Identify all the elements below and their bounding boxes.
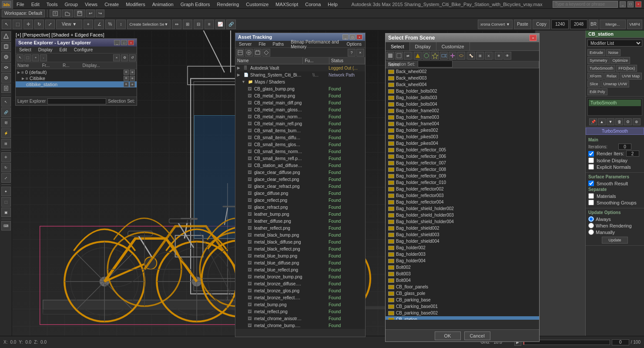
- create-panel-tab[interactable]: [1, 31, 11, 41]
- at-file-metal_black_diffuse-png[interactable]: 🖼 metal_black_diffuse.png Found: [235, 238, 365, 245]
- mod-btn-unwrap[interactable]: Unwrap UVW: [601, 80, 630, 87]
- se-check-eye3[interactable]: 👁: [130, 82, 135, 87]
- sfs-item-bag-holder-pikes003[interactable]: Bag_holder_pikes003: [386, 134, 539, 140]
- at-close[interactable]: ×: [356, 34, 362, 40]
- se-check-snow2[interactable]: ❄: [124, 76, 129, 81]
- mod-materials-check[interactable]: [588, 193, 594, 199]
- merge-btn[interactable]: Merge...: [600, 20, 626, 29]
- sfs-tab-display[interactable]: Display: [410, 42, 436, 50]
- curve-editor[interactable]: 📈: [215, 20, 225, 29]
- modifier-stack-area[interactable]: TurboSmooth: [587, 98, 642, 116]
- sfs-item-bag-holder-shield002[interactable]: Bag_holder_shield002: [386, 225, 539, 231]
- modify-panel-tab[interactable]: [1, 42, 11, 51]
- menu-group[interactable]: Group: [61, 0, 81, 8]
- sfs-item-bag-holder-reflector003[interactable]: Bag_holder_reflector003: [386, 192, 539, 199]
- sfs-item-cb-station[interactable]: CB_station: [386, 316, 539, 320]
- at-file-glace_clear_diffuse-png[interactable]: 🖼 glace_clear_diffuse.png Found: [235, 169, 365, 176]
- mod-btn-uvwmap[interactable]: UVW Map: [620, 73, 642, 80]
- redo-btn[interactable]: ↪: [96, 10, 104, 17]
- at-minimize[interactable]: _: [342, 34, 349, 40]
- sfs-item-bag-holder-bolts002[interactable]: Bag_holder_bolts002: [386, 88, 539, 94]
- at-file-CB_metal_main_diff-png[interactable]: 🖼 CB_metal_main_diff.png Found: [235, 99, 365, 106]
- menu-corona[interactable]: Corona: [302, 0, 324, 8]
- sfs-item-bolt004[interactable]: Bolt004: [386, 277, 539, 284]
- hierarchy-panel-tab[interactable]: [1, 52, 11, 62]
- array-tool[interactable]: ⊞: [183, 20, 192, 29]
- at-file-leather_reflect-png[interactable]: 🖼 leather_reflect.png Found: [235, 224, 365, 231]
- at-menu-bitmap[interactable]: Bitmap Performance and Memory: [287, 41, 343, 47]
- at-file-metal_black_reflect-png[interactable]: 🖼 metal_black_reflect.png Found: [235, 245, 365, 252]
- mirror-tool[interactable]: ⇔: [172, 20, 181, 29]
- menu-views[interactable]: Views: [81, 0, 101, 8]
- workspace-dropdown[interactable]: Workspace: Default: [2, 10, 45, 17]
- sfs-tab-select[interactable]: Select: [386, 42, 410, 50]
- sfs-item-bag-holder-frame003[interactable]: Bag_holder_frame003: [386, 114, 539, 120]
- menu-tools[interactable]: Tools: [43, 0, 61, 8]
- at-file-CB_small_items_gloss-png[interactable]: 🖼 CB_small_items_gloss.png Found: [235, 141, 365, 148]
- at-file-CB_metal_main_gloss-png[interactable]: 🖼 CB_metal_main_gloss.png Found: [235, 106, 365, 113]
- mod-nav-config[interactable]: ⚙: [624, 118, 632, 125]
- at-file-CB_metal_main_normal-png[interactable]: 🖼 CB_metal_main_normal.png Found: [235, 113, 365, 120]
- select-tool[interactable]: ↖: [2, 20, 11, 29]
- mod-btn-optimize[interactable]: Optimize: [610, 57, 631, 64]
- mod-explicit-check[interactable]: [588, 164, 594, 170]
- scale-tool[interactable]: ⤢: [45, 20, 55, 29]
- menu-help[interactable]: Help: [324, 0, 341, 8]
- search-input[interactable]: [553, 1, 618, 8]
- mod-nav-pin[interactable]: 📌: [589, 118, 597, 125]
- se-menu-configure[interactable]: Configure: [70, 47, 96, 53]
- motion-panel-tab[interactable]: [1, 63, 11, 72]
- select-region-lt[interactable]: ⬚: [1, 197, 11, 207]
- menu-edit[interactable]: Edit: [28, 0, 43, 8]
- sfs-tb-xref[interactable]: X: [485, 52, 493, 60]
- sfs-item-cb-floor-panels[interactable]: CB_floor_panels: [386, 284, 539, 290]
- at-file-CB_glass_bump-png[interactable]: 🖼 CB_glass_bump.png Found: [235, 85, 365, 92]
- mod-nav-delete[interactable]: 🗑: [615, 118, 623, 125]
- mod-btn-symmetry[interactable]: Symmetry: [587, 57, 610, 64]
- mod-checkbox-render[interactable]: [588, 151, 594, 157]
- se-check-snow3[interactable]: ❄: [124, 82, 129, 87]
- at-restore[interactable]: □: [349, 34, 356, 40]
- sfs-item-cb-parking-base[interactable]: CB_parking_base: [386, 297, 539, 303]
- sfs-item-cb-parking-base001[interactable]: CB_parking_base001: [386, 303, 539, 310]
- at-file-metal_black_bump-png[interactable]: 🖼 metal_black_bump.png Found: [235, 231, 365, 238]
- se-check-snow[interactable]: ❄: [124, 70, 129, 75]
- se-menu-display[interactable]: Display: [35, 47, 56, 53]
- mod-btn-noise[interactable]: Noise: [606, 49, 621, 56]
- at-menu-paths[interactable]: Paths: [269, 41, 288, 47]
- sfs-close-button[interactable]: ×: [530, 35, 537, 41]
- sfs-ok-button[interactable]: OK: [435, 331, 461, 340]
- schematic-view[interactable]: 🔗: [226, 20, 236, 29]
- sfs-item-bag-holder-shield004[interactable]: Bag_holder_shield004: [386, 238, 539, 244]
- sfs-item-back-wheel004[interactable]: Back_wheel004: [386, 81, 539, 88]
- sfs-tb-none[interactable]: [395, 52, 403, 60]
- named-selection[interactable]: Create Selection Se▼: [127, 20, 171, 29]
- mod-nav-up[interactable]: ▲: [598, 118, 606, 125]
- sfs-item-back-wheel003[interactable]: Back_wheel003: [386, 75, 539, 81]
- scene-explorer-close[interactable]: ×: [128, 40, 134, 45]
- sfs-item-bag-holder-reflector-005[interactable]: Bag_holder_reflector_005: [386, 147, 539, 153]
- mod-btn-ffd[interactable]: FFD(box): [616, 65, 637, 72]
- at-file-metal_bronze_glos-png[interactable]: 🖼 metal_bronze_glos.png Found: [235, 287, 365, 294]
- scale-tool-lt[interactable]: ⤢: [1, 173, 11, 183]
- sfs-item-bag-holder-pikes002[interactable]: Bag_holder_pikes002: [386, 127, 539, 134]
- se-menu-select[interactable]: Select: [16, 47, 35, 53]
- move-tool-lt[interactable]: ✛: [1, 152, 11, 162]
- sfs-item-bag-holder-frame002[interactable]: Bag_holder_frame002: [386, 107, 539, 114]
- se-tb-btn4[interactable]: -: [40, 54, 47, 61]
- se-menu-edit[interactable]: Edit: [56, 47, 70, 53]
- sfs-content[interactable]: Back_wheel002 Back_wheel003 Back_wheel00…: [386, 68, 539, 320]
- window-crossing[interactable]: ▣: [1, 207, 11, 217]
- se-item-citibike[interactable]: ▶ ≡ Citibike ❄ 👁: [16, 75, 137, 81]
- mod-btn-turbosmooth[interactable]: TurboSmooth: [587, 65, 615, 72]
- sfs-tab-customize[interactable]: Customize: [436, 42, 470, 50]
- close-button[interactable]: ×: [635, 1, 641, 7]
- sfs-item-back-wheel002[interactable]: Back_wheel002: [386, 68, 539, 75]
- mod-rendering-radio[interactable]: [588, 223, 594, 228]
- sfs-item-bag-holder004[interactable]: Bag_holder004: [386, 258, 539, 264]
- sfs-item-bag-holder-reflector-008[interactable]: Bag_holder_reflector_008: [386, 166, 539, 173]
- mod-update-btn[interactable]: Update: [602, 237, 628, 244]
- select-filter-btn[interactable]: ⊞: [1, 139, 11, 148]
- at-tb-btn3[interactable]: [254, 49, 262, 57]
- open-btn[interactable]: [62, 10, 73, 17]
